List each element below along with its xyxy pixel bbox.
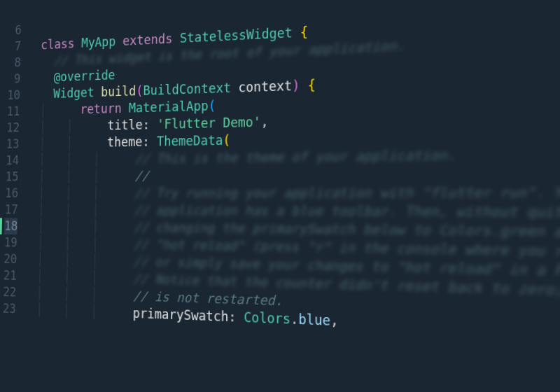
token-paren1: { (308, 77, 316, 93)
line-number: 19 (4, 234, 18, 251)
code-editor[interactable]: 67891011121314151617181920212223 class M… (3, 0, 560, 342)
token-paren1: ( (223, 132, 230, 148)
token-ann: @override (53, 68, 115, 85)
token-cls: MaterialApp (129, 98, 209, 115)
line-number: 6 (8, 22, 22, 39)
token-punct: , (261, 114, 269, 130)
line-number: 17 (5, 202, 18, 218)
line-number: 13 (6, 136, 20, 153)
line-number: 22 (3, 284, 16, 300)
token-var: context (238, 78, 292, 94)
token-fn: build (101, 83, 136, 99)
line-number: 9 (7, 71, 20, 88)
token-cmt: // This is the theme of your application… (135, 147, 456, 167)
indent-guide: │ │ │ (24, 219, 120, 234)
indent-guide: │ │ │ (22, 302, 119, 320)
indent-guide: │ │ │ (22, 285, 119, 302)
line-number: 10 (7, 87, 20, 104)
token-paren2: ) (292, 78, 308, 94)
indent-guide (27, 87, 40, 102)
token-cmt: // (134, 168, 149, 183)
token-punct: : (142, 134, 157, 149)
token-kw: extends (122, 31, 180, 48)
line-number: 16 (5, 185, 18, 201)
indent-guide: │ (26, 103, 66, 118)
token-str: 'Flutter Demo' (157, 114, 261, 132)
indent-guide (27, 71, 40, 85)
indent-guide: │ │ │ (24, 186, 120, 200)
code-area[interactable]: class MyApp extends StatelessWidget { //… (22, 0, 560, 346)
token-prop: title (107, 118, 143, 133)
token-cmt: // application has a blue toolbar. Then,… (134, 202, 560, 221)
line-number: 18 (4, 218, 18, 234)
indent-guide: │ │ (26, 135, 94, 150)
token-cmt: // Try running your application with "fl… (134, 183, 560, 201)
token-cls: MyApp (81, 34, 123, 50)
line-number: 20 (4, 251, 17, 267)
token-cls: Colors (244, 309, 290, 327)
line-number: 23 (3, 300, 16, 317)
indent-guide: │ │ │ (23, 252, 119, 269)
indent-guide: │ │ │ (24, 202, 120, 217)
token-prop: primarySwatch (133, 306, 229, 325)
token-punct: : (228, 309, 244, 325)
indent-guide (27, 55, 41, 69)
line-number: 15 (6, 169, 19, 186)
indent-guide: │ │ │ (24, 235, 120, 251)
code-line[interactable]: │ │ │ // Try running your application wi… (24, 183, 560, 203)
token-paren1: { (300, 24, 308, 41)
line-number: 21 (4, 267, 17, 284)
line-number: 12 (6, 120, 20, 136)
token-paren2: ( (136, 83, 143, 98)
token-punct: : (143, 117, 158, 132)
token-kw: return (80, 101, 129, 117)
line-number: 7 (8, 38, 21, 55)
token-cls: ThemeData (157, 133, 223, 149)
indent-guide: │ │ │ (25, 169, 121, 184)
token-prop: theme (107, 134, 143, 150)
token-punct: . (290, 311, 298, 327)
token-paren3: ( (208, 98, 216, 113)
token-cls: Widget (53, 85, 102, 101)
indent-guide: │ │ (26, 118, 94, 134)
indent-guide: │ │ │ (25, 152, 121, 167)
token-cls: BuildContext (143, 80, 238, 98)
token-enum: blue (298, 312, 330, 328)
token-punct: , (330, 312, 339, 328)
line-number: 11 (7, 104, 20, 120)
token-kw: class (41, 36, 81, 52)
indent-guide: │ │ │ (23, 269, 119, 286)
line-number: 14 (6, 153, 19, 169)
line-number: 8 (8, 55, 21, 71)
